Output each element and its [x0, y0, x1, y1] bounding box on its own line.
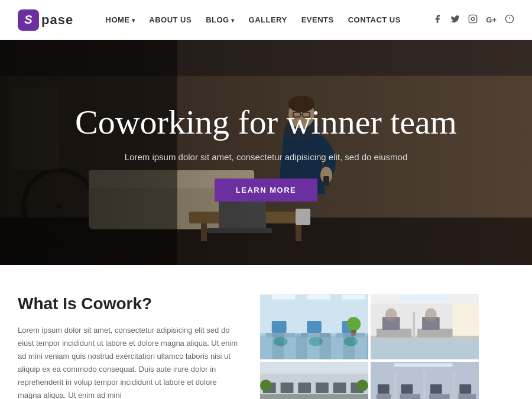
svg-rect-41: [342, 321, 356, 333]
cowork-description: Lorem ipsum dolor sit amet, consectetur …: [18, 324, 242, 399]
nav-contact[interactable]: CONTACT US: [348, 15, 401, 24]
svg-rect-49: [371, 295, 479, 304]
svg-rect-37: [301, 333, 330, 338]
svg-rect-67: [333, 382, 346, 393]
logo-letter: S: [24, 13, 32, 27]
site-header: S pase HOME ABOUT US BLOG GALLERY EVENTS…: [0, 0, 532, 40]
hero-title: Coworking for winner team: [75, 103, 457, 141]
svg-rect-38: [336, 333, 365, 338]
instagram-icon[interactable]: [468, 14, 478, 25]
svg-rect-50: [400, 295, 446, 301]
office-image-4: [371, 362, 479, 399]
cowork-heading: What Is Cowork?: [18, 294, 242, 313]
nav-blog[interactable]: BLOG: [206, 15, 234, 24]
svg-rect-68: [351, 382, 364, 393]
svg-rect-35: [342, 295, 365, 300]
svg-rect-55: [382, 317, 400, 330]
svg-rect-34: [307, 295, 330, 300]
nav-events[interactable]: EVENTS: [301, 15, 334, 24]
social-icons-group: G+: [433, 14, 514, 25]
svg-rect-64: [281, 382, 294, 393]
svg-rect-82: [401, 384, 413, 394]
svg-point-57: [385, 308, 397, 322]
svg-point-69: [260, 379, 272, 391]
svg-rect-76: [452, 371, 455, 399]
hero-subtitle: Lorem ipsum dolor sit amet, consectetur …: [125, 152, 408, 162]
facebook-icon[interactable]: [433, 14, 442, 25]
svg-point-45: [346, 317, 361, 331]
svg-point-58: [425, 308, 437, 322]
cowork-section: What Is Cowork? Lorem ipsum dolor sit am…: [0, 265, 532, 399]
svg-rect-46: [351, 330, 356, 336]
svg-rect-75: [423, 371, 426, 399]
main-nav: HOME ABOUT US BLOG GALLERY EVENTS CONTAC…: [106, 15, 401, 24]
svg-rect-62: [260, 394, 368, 399]
svg-rect-78: [400, 394, 420, 399]
twitter-icon[interactable]: [450, 14, 460, 25]
svg-rect-66: [316, 382, 329, 393]
svg-point-44: [343, 337, 358, 346]
svg-rect-61: [260, 362, 368, 374]
svg-rect-74: [394, 371, 397, 399]
svg-rect-54: [413, 312, 415, 336]
svg-rect-65: [298, 382, 311, 393]
office-image-2: [371, 294, 479, 359]
svg-rect-77: [377, 394, 391, 399]
svg-point-2: [475, 17, 475, 17]
svg-rect-63: [263, 382, 276, 393]
svg-point-43: [309, 337, 323, 346]
svg-rect-47: [371, 295, 479, 359]
nav-about[interactable]: ABOUT US: [149, 15, 192, 24]
nav-home[interactable]: HOME: [106, 15, 135, 24]
svg-rect-73: [394, 364, 453, 367]
svg-rect-31: [260, 295, 368, 359]
svg-rect-32: [260, 336, 368, 359]
svg-point-1: [472, 17, 475, 20]
svg-rect-84: [459, 384, 471, 394]
logo[interactable]: S pase: [18, 9, 73, 31]
svg-rect-0: [469, 15, 477, 22]
cowork-image-grid: [260, 294, 479, 399]
hero-content: Coworking for winner team Lorem ipsum do…: [0, 40, 532, 265]
svg-rect-36: [266, 333, 295, 338]
office-image-1: [260, 294, 368, 359]
rss-icon[interactable]: [505, 14, 514, 25]
logo-icon: S: [18, 9, 39, 31]
logo-text: pase: [41, 12, 73, 28]
svg-rect-40: [307, 321, 322, 333]
hero-section: Coworking for winner team Lorem ipsum do…: [0, 40, 532, 265]
svg-point-42: [274, 337, 288, 346]
svg-rect-79: [429, 394, 450, 399]
svg-rect-51: [452, 303, 479, 335]
svg-rect-81: [378, 384, 390, 394]
svg-rect-39: [272, 321, 287, 333]
svg-rect-56: [422, 317, 440, 330]
svg-rect-53: [417, 329, 452, 338]
office-image-3: [260, 362, 368, 399]
svg-rect-71: [371, 362, 479, 399]
svg-rect-33: [272, 295, 296, 300]
cowork-text-block: What Is Cowork? Lorem ipsum dolor sit am…: [18, 294, 242, 399]
googleplus-icon[interactable]: G+: [486, 15, 497, 24]
svg-rect-80: [458, 394, 476, 399]
learn-more-button[interactable]: LEARN MORE: [215, 179, 317, 202]
svg-rect-52: [377, 329, 411, 338]
nav-gallery[interactable]: GALLERY: [249, 15, 287, 24]
svg-point-70: [356, 379, 368, 391]
svg-rect-83: [430, 384, 442, 394]
svg-rect-59: [260, 362, 368, 399]
svg-rect-48: [371, 336, 479, 359]
